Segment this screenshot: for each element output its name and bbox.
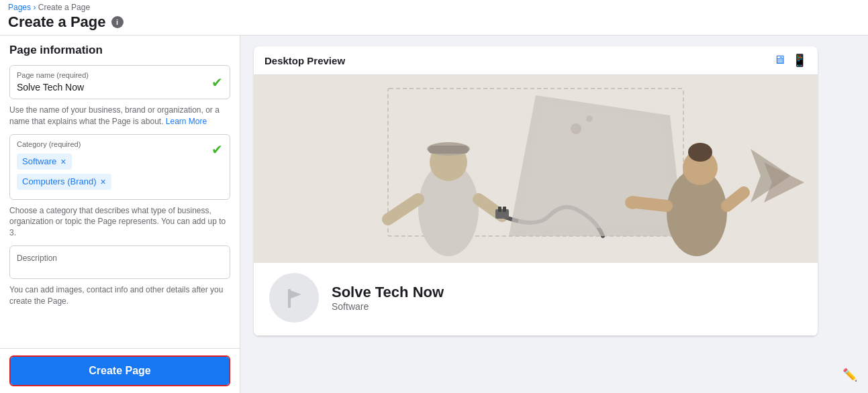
svg-rect-25	[288, 289, 291, 308]
page-main-title: Create a Page i	[8, 13, 860, 35]
tag-computers-label: Computers (Brand)	[22, 176, 97, 186]
svg-point-16	[693, 144, 707, 157]
category-tags: Software × Computers (Brand) ×	[17, 154, 223, 194]
left-content: Page information Page name (required) ✔ …	[0, 36, 240, 348]
page-name-field: Page name (required) ✔	[9, 65, 230, 99]
profile-section: Solve Tech Now Software	[254, 263, 818, 336]
profile-category: Software	[332, 301, 804, 312]
svg-point-22	[571, 123, 581, 134]
preview-header: Desktop Preview 🖥 📱	[254, 46, 818, 75]
page-name-check-icon: ✔	[211, 74, 223, 91]
description-helper: You can add images, contact info and oth…	[9, 284, 230, 307]
category-helper: Choose a category that describes what ty…	[9, 205, 230, 239]
breadcrumb-current: Create a Page	[38, 3, 90, 12]
svg-rect-24	[277, 281, 311, 315]
top-bar: Pages › Create a Page Create a Page i	[0, 0, 868, 36]
page-name-input[interactable]	[17, 82, 223, 93]
svg-rect-5	[428, 146, 469, 154]
category-label: Category (required)	[17, 140, 223, 148]
description-field[interactable]: Description	[9, 245, 230, 279]
breadcrumb: Pages › Create a Page	[8, 3, 860, 12]
svg-rect-10	[503, 207, 506, 212]
svg-rect-8	[495, 209, 509, 219]
tag-software-label: Software	[22, 156, 56, 166]
page-title-text: Create a Page	[8, 13, 106, 31]
main-layout: Page information Page name (required) ✔ …	[0, 36, 868, 393]
breadcrumb-pages-link[interactable]: Pages	[8, 3, 31, 12]
mobile-preview-icon[interactable]: 📱	[792, 53, 807, 68]
section-title: Page information	[9, 44, 230, 57]
info-icon[interactable]: i	[111, 16, 124, 28]
cover-illustration	[254, 75, 818, 263]
learn-more-link[interactable]: Learn More	[166, 117, 207, 126]
page-name-label: Page name (required)	[17, 71, 223, 79]
profile-info: Solve Tech Now Software	[332, 284, 804, 312]
avatar	[267, 271, 321, 325]
preview-title: Desktop Preview	[264, 55, 345, 66]
create-btn-wrapper: Create Page	[9, 355, 230, 386]
description-label: Description	[17, 254, 57, 263]
svg-point-18	[625, 196, 641, 209]
category-field: Category (required) Software × Computers…	[9, 134, 230, 200]
right-panel: Desktop Preview 🖥 📱	[240, 36, 868, 393]
tag-software-remove[interactable]: ×	[60, 156, 66, 167]
left-panel: Page information Page name (required) ✔ …	[0, 36, 240, 393]
profile-name: Solve Tech Now	[332, 284, 804, 301]
svg-point-23	[586, 115, 593, 122]
breadcrumb-separator: ›	[33, 3, 36, 12]
page-name-helper: Use the name of your business, brand or …	[9, 105, 230, 127]
tag-computers-brand[interactable]: Computers (Brand) ×	[17, 174, 111, 190]
preview-icons: 🖥 📱	[773, 53, 807, 68]
tag-computers-remove[interactable]: ×	[101, 176, 106, 187]
create-btn-area: Create Page	[0, 348, 240, 393]
tag-software[interactable]: Software ×	[17, 154, 72, 170]
svg-rect-9	[498, 207, 501, 212]
avatar-icon	[277, 281, 311, 315]
edit-icon[interactable]: ✏️	[842, 368, 857, 382]
create-page-button[interactable]: Create Page	[11, 357, 229, 385]
cover-area	[254, 75, 818, 263]
category-check-icon: ✔	[211, 142, 223, 158]
preview-container: Desktop Preview 🖥 📱	[254, 46, 818, 336]
desktop-preview-icon[interactable]: 🖥	[773, 53, 785, 68]
